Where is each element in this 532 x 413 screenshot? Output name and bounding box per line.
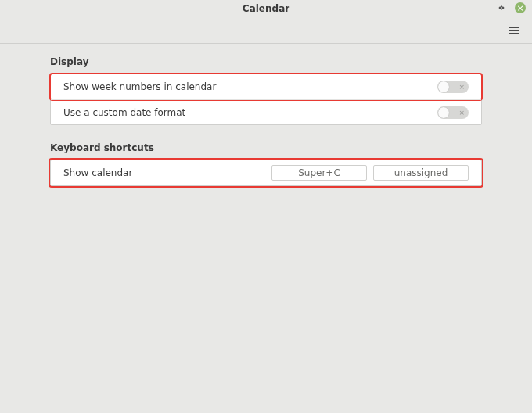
window-title: Calendar: [243, 3, 289, 14]
menu-icon[interactable]: [507, 23, 521, 38]
row-custom-date-format: Use a custom date format ×: [51, 99, 481, 124]
window-controls: [477, 2, 526, 13]
row-show-calendar-shortcut: Show calendar Super+C unassigned: [51, 160, 481, 185]
titlebar: Calendar: [0, 0, 532, 17]
toolbar: [0, 17, 532, 44]
shortcut-field-1[interactable]: Super+C: [271, 165, 367, 181]
label-show-calendar: Show calendar: [63, 167, 265, 178]
toggle-show-week-numbers[interactable]: ×: [437, 81, 469, 93]
shortcut-field-2[interactable]: unassigned: [373, 165, 469, 181]
keyboard-panel: Show calendar Super+C unassigned: [50, 160, 482, 186]
section-title-display: Display: [50, 56, 482, 67]
label-custom-date-format: Use a custom date format: [63, 107, 437, 118]
minimize-button[interactable]: [477, 2, 488, 13]
label-show-week-numbers: Show week numbers in calendar: [63, 81, 437, 92]
section-title-keyboard: Keyboard shortcuts: [50, 142, 482, 153]
close-button[interactable]: [515, 2, 526, 13]
content-area: Display Show week numbers in calendar × …: [0, 44, 532, 186]
display-panel: Show week numbers in calendar × Use a cu…: [50, 74, 482, 125]
maximize-button[interactable]: [496, 2, 507, 13]
toggle-custom-date-format[interactable]: ×: [437, 106, 469, 119]
row-show-week-numbers: Show week numbers in calendar ×: [51, 74, 481, 99]
